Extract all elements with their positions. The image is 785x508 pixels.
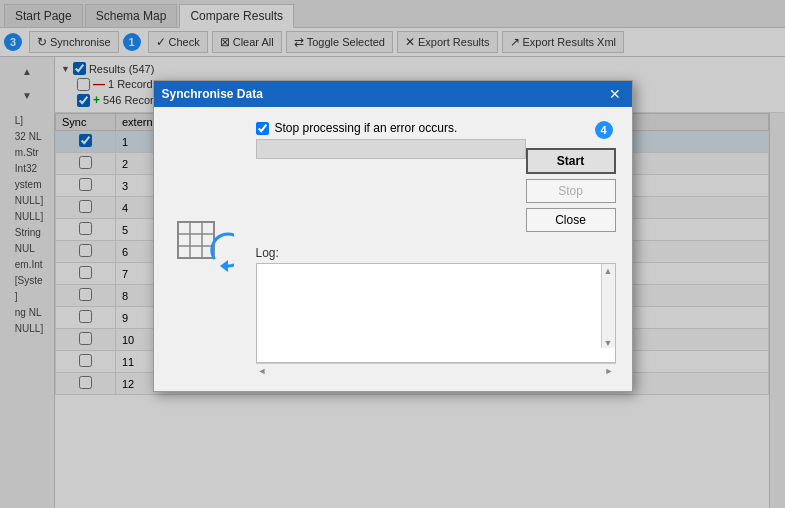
- modal-body: Stop processing if an error occurs. 4 St…: [154, 107, 632, 391]
- badge-4: 4: [595, 121, 613, 139]
- close-button[interactable]: Close: [526, 208, 616, 232]
- svg-marker-5: [220, 260, 228, 272]
- log-box[interactable]: ▲ ▼: [256, 263, 616, 363]
- modal-controls: Stop processing if an error occurs. 4 St…: [256, 121, 616, 377]
- stop-button[interactable]: Stop: [526, 179, 616, 203]
- stop-processing-row: Stop processing if an error occurs.: [256, 121, 526, 135]
- modal-title: Synchronise Data: [162, 87, 263, 101]
- stop-processing-label: Stop processing if an error occurs.: [275, 121, 458, 135]
- modal-close-x-button[interactable]: ✕: [606, 85, 624, 103]
- log-area: Log: ▲ ▼ ◄ ►: [256, 246, 616, 377]
- log-horizontal-scrollbar[interactable]: ◄ ►: [256, 363, 616, 377]
- modal-top-row: Stop processing if an error occurs. 4 St…: [256, 121, 616, 232]
- progress-bar: [256, 139, 526, 159]
- log-label: Log:: [256, 246, 616, 260]
- stop-processing-checkbox[interactable]: [256, 122, 269, 135]
- modal-buttons: 4 Start Stop Close: [526, 121, 616, 232]
- synchronise-modal: Synchronise Data ✕: [153, 80, 633, 392]
- sync-table-icon: [176, 220, 234, 278]
- modal-title-bar: Synchronise Data ✕: [154, 81, 632, 107]
- modal-overlay: Synchronise Data ✕: [0, 0, 785, 508]
- start-button[interactable]: Start: [526, 148, 616, 174]
- modal-icon-area: [170, 121, 240, 377]
- svg-rect-0: [178, 222, 214, 258]
